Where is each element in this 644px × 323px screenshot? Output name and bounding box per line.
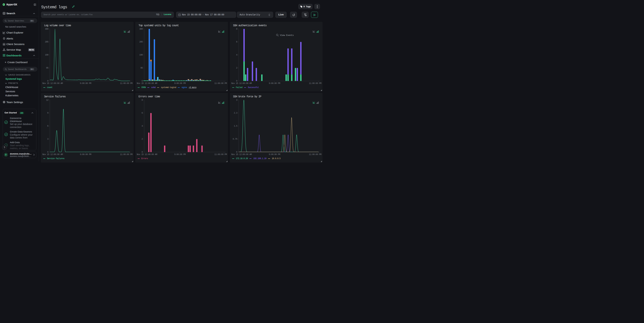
svg-text:Nov 15 12:00:00 AM: Nov 15 12:00:00 AM (137, 153, 157, 156)
svg-text:2: 2 (236, 67, 237, 69)
svg-text:11:00:00 PM: 11:00:00 PM (214, 82, 227, 85)
svg-text:11:00:00 PM: 11:00:00 PM (309, 82, 321, 85)
svg-text:11:00:00 PM: 11:00:00 PM (120, 82, 132, 85)
svg-text:190: 190 (139, 54, 142, 56)
svg-text:9:00:00 PM: 9:00:00 PM (80, 153, 91, 156)
svg-text:380: 380 (139, 28, 142, 30)
svg-text:3: 3 (47, 138, 48, 140)
svg-text:11:00:00 PM: 11:00:00 PM (120, 153, 132, 156)
svg-text:4: 4 (236, 54, 238, 56)
svg-text:9:00:00 PM: 9:00:00 PM (269, 82, 280, 85)
svg-text:380: 380 (45, 28, 48, 30)
svg-text:6: 6 (142, 112, 143, 114)
svg-text:2.3: 2.3 (234, 112, 237, 114)
svg-text:3: 3 (236, 99, 237, 101)
svg-text:8: 8 (236, 28, 237, 30)
svg-text:9:00:00 PM: 9:00:00 PM (174, 82, 186, 85)
svg-text:Nov 15 12:00:00 AM: Nov 15 12:00:00 AM (231, 82, 252, 85)
svg-text:285: 285 (45, 41, 48, 43)
svg-text:4: 4 (142, 125, 143, 127)
svg-text:11:00:00 PM: 11:00:00 PM (214, 153, 227, 156)
svg-text:6: 6 (47, 125, 48, 127)
svg-text:190: 190 (45, 54, 48, 56)
svg-text:95: 95 (46, 67, 48, 69)
svg-text:Nov 15 12:00:00 AM: Nov 15 12:00:00 AM (42, 82, 63, 85)
svg-text:2: 2 (142, 138, 143, 140)
svg-text:9:00:00 PM: 9:00:00 PM (269, 153, 280, 156)
svg-text:1.5: 1.5 (234, 125, 237, 127)
svg-text:9:00:00 PM: 9:00:00 PM (174, 153, 186, 156)
svg-text:Nov 15 12:00:00 AM: Nov 15 12:00:00 AM (42, 153, 63, 156)
svg-text:11:00:00 PM: 11:00:00 PM (309, 153, 321, 156)
svg-text:95: 95 (140, 67, 143, 69)
svg-text:9: 9 (47, 112, 48, 114)
svg-text:Nov 15 12:00:00 AM: Nov 15 12:00:00 AM (137, 82, 157, 85)
svg-text:6: 6 (236, 41, 237, 43)
svg-text:View Events: View Events (280, 34, 294, 37)
svg-text:0.75: 0.75 (233, 138, 237, 140)
svg-text:9:00:00 PM: 9:00:00 PM (80, 82, 91, 85)
svg-text:285: 285 (139, 41, 142, 43)
svg-text:8: 8 (142, 99, 143, 101)
svg-text:Nov 15 12:00:00 AM: Nov 15 12:00:00 AM (231, 153, 252, 156)
svg-text:12: 12 (46, 99, 48, 101)
